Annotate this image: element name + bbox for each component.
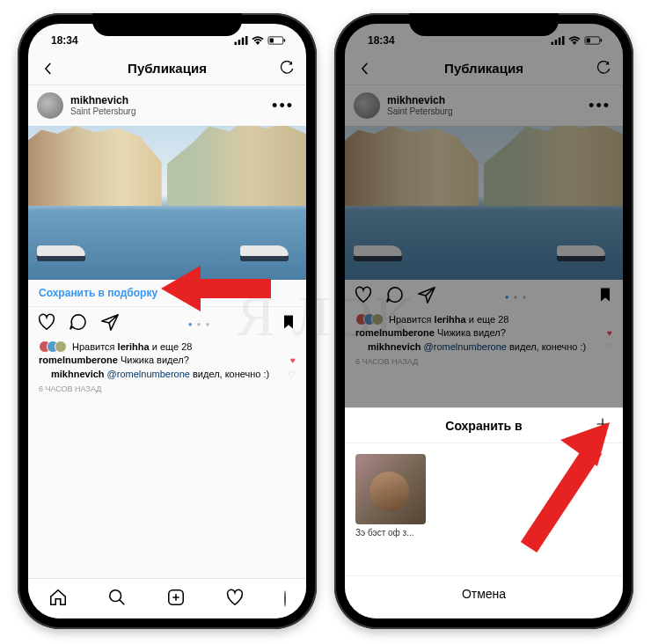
post-timestamp: 6 ЧАСОВ НАЗАД bbox=[28, 381, 306, 397]
svg-rect-2 bbox=[242, 38, 245, 45]
bookmark-filled-icon bbox=[280, 312, 297, 332]
cellular-icon bbox=[234, 36, 248, 45]
refresh-button[interactable] bbox=[276, 58, 297, 79]
home-icon bbox=[48, 588, 68, 607]
battery-icon bbox=[267, 36, 287, 45]
tab-home[interactable] bbox=[48, 588, 68, 611]
tab-profile[interactable] bbox=[284, 591, 286, 607]
sheet-cancel-button[interactable]: Отмена bbox=[345, 575, 623, 618]
heart-icon bbox=[225, 588, 245, 607]
status-indicators bbox=[234, 36, 287, 45]
svg-rect-1 bbox=[238, 40, 241, 45]
comment-reply-row[interactable]: mikhnevich @romelnumberone видел, конечн… bbox=[28, 367, 306, 381]
author-avatar[interactable] bbox=[37, 92, 63, 119]
collection-item[interactable]: Зэ бэст оф з... bbox=[355, 454, 426, 565]
svg-rect-3 bbox=[245, 36, 248, 45]
likes-row[interactable]: Нравится lerihha и еще 28 bbox=[28, 340, 306, 353]
author-username[interactable]: mikhnevich bbox=[70, 95, 265, 106]
notch bbox=[409, 13, 559, 36]
post-media[interactable] bbox=[28, 126, 306, 280]
comment-icon bbox=[69, 312, 88, 332]
post-more-button[interactable]: ••• bbox=[272, 97, 297, 115]
share-button[interactable] bbox=[100, 312, 120, 335]
nav-title: Публикация bbox=[128, 61, 207, 76]
comment-like-button[interactable]: ♥ bbox=[290, 355, 296, 365]
post-location[interactable]: Saint Petersburg bbox=[70, 106, 265, 116]
tab-add[interactable] bbox=[166, 588, 186, 611]
nav-bar: Публикация bbox=[28, 52, 306, 85]
likes-text: Нравится lerihha и еще 28 bbox=[72, 341, 192, 352]
refresh-icon bbox=[279, 61, 295, 77]
tab-bar bbox=[28, 578, 306, 618]
back-button[interactable] bbox=[37, 58, 58, 79]
collection-thumbnail bbox=[355, 454, 426, 524]
svg-rect-5 bbox=[284, 39, 286, 41]
like-button[interactable] bbox=[37, 312, 56, 335]
svg-point-7 bbox=[110, 589, 121, 601]
svg-rect-6 bbox=[270, 39, 274, 43]
collection-label: Зэ бэст оф з... bbox=[355, 528, 426, 538]
heart-icon bbox=[37, 312, 56, 332]
annotation-arrow-left bbox=[161, 262, 275, 315]
phone-frame-left: 18:34 Публикация mikhnevi bbox=[18, 13, 317, 629]
comment-row[interactable]: romelnumberone Чижика видел? ♥ bbox=[28, 353, 306, 367]
comment-user: romelnumberone bbox=[39, 355, 118, 365]
add-post-icon bbox=[166, 588, 186, 607]
screen-left: 18:34 Публикация mikhnevi bbox=[28, 24, 306, 618]
chevron-left-icon bbox=[41, 62, 54, 75]
tab-search[interactable] bbox=[107, 588, 127, 611]
comment-text: видел, конечно :) bbox=[190, 369, 269, 379]
search-icon bbox=[107, 588, 127, 607]
comment-text: Чижика видел? bbox=[118, 355, 189, 365]
profile-avatar-icon bbox=[284, 590, 286, 607]
wifi-icon bbox=[252, 36, 264, 45]
liker-avatars bbox=[39, 340, 67, 353]
annotation-arrow-right bbox=[506, 415, 620, 556]
carousel-dots: ●●● bbox=[188, 320, 212, 328]
notch bbox=[92, 13, 242, 36]
comment-user: mikhnevich bbox=[51, 369, 105, 379]
comment-like-button[interactable]: ♡ bbox=[288, 370, 296, 379]
svg-rect-0 bbox=[235, 42, 238, 45]
bookmark-button[interactable] bbox=[280, 312, 297, 335]
status-time: 18:34 bbox=[51, 34, 78, 47]
comment-button[interactable] bbox=[69, 312, 88, 335]
tab-activity[interactable] bbox=[225, 588, 245, 611]
comment-mention[interactable]: @romelnumberone bbox=[107, 369, 190, 379]
send-icon bbox=[100, 312, 120, 332]
post-header: mikhnevich Saint Petersburg ••• bbox=[28, 85, 306, 126]
